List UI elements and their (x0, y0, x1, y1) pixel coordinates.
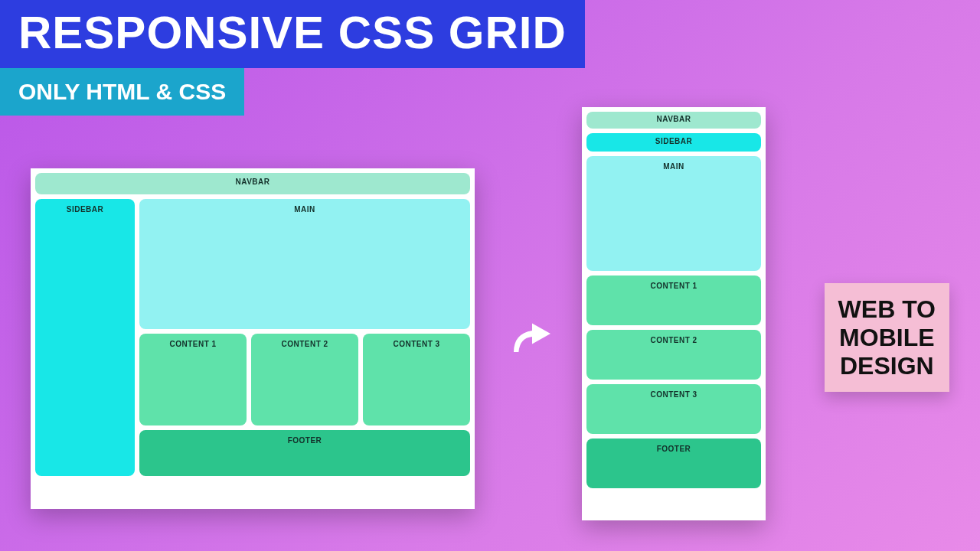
desktop-navbar-region: NAVBAR (35, 173, 470, 194)
desktop-content1-region: CONTENT 1 (139, 334, 247, 425)
side-label-line1: WEB TO (838, 295, 936, 324)
mobile-footer-region: FOOTER (586, 439, 761, 488)
title-bar: RESPONSIVE CSS GRID (0, 0, 585, 68)
desktop-footer-region: FOOTER (139, 430, 470, 476)
desktop-content2-region: CONTENT 2 (251, 334, 358, 425)
desktop-content3-region: CONTENT 3 (363, 334, 470, 425)
side-label-line2: MOBILE (838, 324, 936, 352)
subtitle-bar: ONLY HTML & CSS (0, 68, 244, 116)
mobile-layout-panel: NAVBAR SIDEBAR MAIN CONTENT 1 CONTENT 2 … (582, 107, 766, 520)
desktop-sidebar-region: SIDEBAR (35, 199, 135, 476)
mobile-sidebar-region: SIDEBAR (586, 133, 761, 152)
desktop-main-region: MAIN (139, 199, 470, 329)
mobile-main-region: MAIN (586, 156, 761, 271)
mobile-content1-region: CONTENT 1 (586, 276, 761, 325)
mobile-content2-region: CONTENT 2 (586, 330, 761, 380)
mobile-navbar-region: NAVBAR (586, 112, 761, 129)
mobile-content3-region: CONTENT 3 (586, 384, 761, 434)
arrow-icon (501, 306, 563, 367)
desktop-layout-panel: NAVBAR SIDEBAR MAIN CONTENT 1 CONTENT 2 … (31, 168, 475, 509)
side-label-badge: WEB TO MOBILE DESIGN (825, 283, 949, 392)
side-label-line3: DESIGN (838, 352, 936, 380)
